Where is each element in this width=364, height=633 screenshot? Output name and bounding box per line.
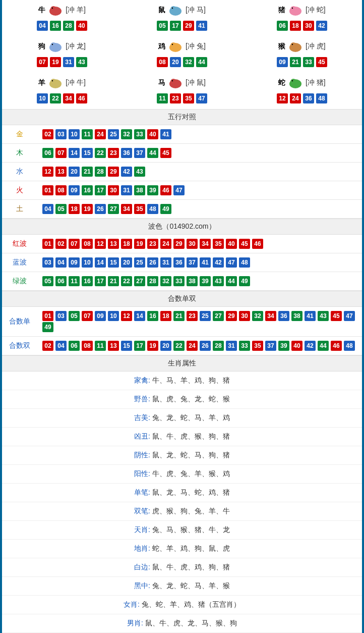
number-ball: 47	[173, 185, 185, 195]
table-row: 木06071415222336374445	[2, 144, 362, 163]
number-ball: 45	[316, 57, 327, 67]
number-ball: 41	[200, 257, 211, 268]
zodiac-chong: [冲 兔]	[186, 42, 206, 51]
number-ball: 04	[55, 341, 67, 351]
attr-key: 野兽:	[134, 395, 150, 403]
number-ball: 42	[305, 341, 316, 351]
number-ball: 30	[187, 239, 198, 249]
horse-icon	[166, 76, 185, 90]
number-ball: 37	[134, 148, 145, 158]
section-header-heshu: 合数单双	[2, 291, 362, 307]
number-ball: 10	[82, 257, 93, 268]
row-label: 蓝波	[2, 253, 37, 272]
attr-value: 鼠、牛、虎、猴、狗、猪	[150, 432, 230, 440]
number-ball: 18	[160, 311, 171, 321]
zodiac-numbers: 12243648	[242, 93, 362, 104]
shuxing-list: 家禽: 牛、马、羊、鸡、狗、猪野兽: 鼠、虎、兔、龙、蛇、猴吉美: 兔、龙、蛇、…	[2, 372, 362, 633]
goat-icon	[46, 76, 65, 90]
row-numbers: 06071415222336374445	[37, 144, 362, 163]
section-header-wuxing: 五行对照	[2, 109, 362, 125]
number-ball: 38	[187, 276, 198, 286]
number-ball: 15	[121, 341, 132, 351]
number-ball: 03	[55, 311, 67, 321]
number-ball: 44	[318, 341, 329, 351]
attribute-row: 吉美: 兔、龙、蛇、马、羊、鸡	[2, 409, 362, 428]
number-ball: 04	[55, 257, 67, 268]
svg-point-17	[292, 44, 293, 45]
number-ball: 10	[69, 129, 80, 139]
number-ball: 31	[121, 185, 132, 195]
number-ball: 46	[76, 93, 87, 103]
attribute-row: 单笔: 鼠、龙、马、蛇、鸡、猪	[2, 484, 362, 502]
number-ball: 07	[69, 239, 80, 249]
row-label: 水	[2, 163, 37, 181]
number-ball: 48	[344, 341, 355, 351]
number-ball: 34	[200, 239, 211, 249]
number-ball: 46	[331, 341, 342, 351]
number-ball: 05	[42, 276, 53, 286]
dog-icon	[46, 39, 65, 54]
zodiac-chong: [冲 猪]	[306, 78, 326, 87]
attr-value: 鼠、龙、马、蛇、鸡、猪	[150, 488, 230, 496]
number-ball: 29	[226, 311, 237, 321]
attribute-row: 男肖: 鼠、牛、虎、龙、马、猴、狗	[2, 614, 362, 633]
number-ball: 04	[42, 204, 53, 214]
svg-point-4	[170, 6, 176, 12]
table-row: 金02031011242532334041	[2, 125, 362, 144]
row-label: 合数单	[2, 307, 37, 337]
number-ball: 33	[173, 276, 185, 286]
table-row: 土04051819262734354849	[2, 200, 362, 219]
attr-value: 蛇、羊、鸡、狗、鼠、虎	[150, 544, 230, 552]
number-ball: 45	[239, 239, 250, 249]
number-ball: 22	[50, 93, 61, 103]
number-ball: 36	[121, 148, 132, 158]
attr-key: 双笔:	[134, 507, 150, 515]
svg-point-7	[290, 6, 296, 12]
rat-icon	[166, 3, 185, 17]
number-ball: 14	[69, 148, 80, 158]
svg-point-1	[50, 6, 56, 12]
number-ball: 07	[82, 311, 93, 321]
number-ball: 05	[55, 204, 67, 214]
number-ball: 31	[160, 257, 171, 268]
number-ball: 22	[173, 341, 185, 351]
number-ball: 17	[170, 21, 181, 31]
zodiac-cell: 马[冲 鼠]11233547	[122, 73, 242, 109]
row-numbers: 0108091617303138394647	[37, 181, 362, 200]
table-row: 合数单0103050709101214161821232527293032343…	[2, 307, 362, 337]
zodiac-chong: [冲 羊]	[66, 6, 86, 15]
number-ball: 21	[173, 311, 185, 321]
number-ball: 01	[42, 311, 53, 321]
page: 牛[冲 羊]04162840鼠[冲 马]05172941猪[冲 蛇]061830…	[0, 0, 364, 633]
zodiac-chong: [冲 鼠]	[186, 78, 206, 87]
snake-icon	[286, 76, 305, 90]
number-ball: 28	[213, 341, 224, 351]
attr-value: 鼠、牛、虎、龙、马、猴、狗	[143, 619, 237, 627]
number-ball: 24	[95, 129, 106, 139]
number-ball: 48	[316, 93, 327, 103]
svg-point-16	[290, 42, 296, 48]
monkey-icon	[286, 39, 305, 54]
row-label: 合数双	[2, 337, 37, 355]
table-row: 红波0102070812131819232429303435404546	[2, 235, 362, 253]
attr-value: 鼠、虎、兔、龙、蛇、猴	[150, 395, 230, 403]
number-ball: 28	[95, 167, 106, 177]
number-ball: 17	[95, 185, 106, 195]
number-ball: 18	[69, 204, 80, 214]
number-ball: 18	[121, 239, 132, 249]
number-ball: 24	[187, 341, 198, 351]
number-ball: 23	[108, 148, 119, 158]
attr-value: 牛、马、羊、鸡、狗、猪	[150, 376, 230, 384]
number-ball: 43	[76, 57, 87, 67]
attribute-row: 家禽: 牛、马、羊、鸡、狗、猪	[2, 372, 362, 390]
row-numbers: 0204060811131517192022242628313335373940…	[37, 337, 362, 355]
zodiac-name: 猪	[278, 6, 285, 15]
svg-point-8	[292, 8, 293, 9]
number-ball: 11	[95, 341, 106, 351]
number-ball: 06	[42, 148, 53, 158]
wuxing-table: 金02031011242532334041木060714152223363744…	[2, 125, 362, 219]
table-row: 火0108091617303138394647	[2, 181, 362, 200]
number-ball: 39	[278, 341, 289, 351]
number-ball: 05	[69, 311, 80, 321]
number-ball: 34	[265, 311, 276, 321]
